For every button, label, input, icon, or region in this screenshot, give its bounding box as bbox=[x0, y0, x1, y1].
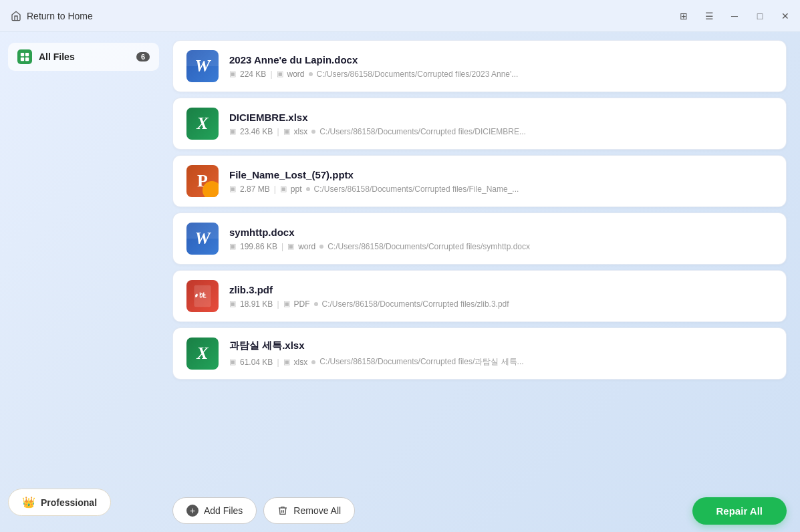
title-bar: Return to Home ⊞ ☰ ─ □ ✕ bbox=[0, 0, 800, 32]
table-row[interactable]: W symhttp.docx ▣ 199.86 KB | ▣ word C:/U… bbox=[172, 213, 787, 265]
pdf-file-icon bbox=[186, 280, 219, 312]
sidebar: All Files 6 👑 Professional bbox=[0, 32, 167, 532]
table-row[interactable]: P File_Name_Lost_(57).pptx ▣ 2.87 MB | ▣… bbox=[172, 155, 787, 207]
dot-separator bbox=[306, 187, 310, 191]
bottom-toolbar: + Add Files Remove All Repair All bbox=[172, 489, 789, 532]
file-path: C:/Users/86158/Documents/Corrupted files… bbox=[314, 184, 519, 194]
table-row[interactable]: X DICIEMBRE.xlsx ▣ 23.46 KB | ▣ xlsx C:/… bbox=[172, 98, 787, 150]
word-file-icon: W bbox=[186, 223, 219, 255]
type-icon: ▣ bbox=[280, 184, 287, 193]
size-icon: ▣ bbox=[229, 358, 236, 366]
add-files-button[interactable]: + Add Files bbox=[172, 497, 257, 524]
file-icon-wrap: X bbox=[186, 338, 219, 370]
file-type: ppt bbox=[291, 184, 302, 194]
dot-separator bbox=[314, 302, 318, 306]
table-row[interactable]: W 2023 Anne'e du Lapin.docx ▣ 224 KB | ▣… bbox=[172, 40, 787, 92]
dot-separator bbox=[309, 72, 313, 76]
home-button[interactable]: Return to Home bbox=[11, 11, 93, 21]
file-path: C:/Users/86158/Documents/Corrupted files… bbox=[327, 242, 530, 251]
file-name: zlib.3.pdf bbox=[229, 284, 773, 295]
file-meta: ▣ 199.86 KB | ▣ word C:/Users/86158/Docu… bbox=[229, 242, 773, 251]
file-type: PDF bbox=[294, 299, 310, 309]
minimize-icon[interactable]: ─ bbox=[728, 11, 741, 21]
remove-all-button[interactable]: Remove All bbox=[263, 497, 355, 524]
file-list: W 2023 Anne'e du Lapin.docx ▣ 224 KB | ▣… bbox=[172, 40, 789, 489]
file-size: 61.04 KB bbox=[240, 358, 273, 367]
home-label: Return to Home bbox=[27, 11, 93, 21]
file-icon-wrap: P bbox=[186, 165, 219, 197]
file-meta: ▣ 2.87 MB | ▣ ppt C:/Users/86158/Documen… bbox=[229, 184, 773, 194]
size-icon: ▣ bbox=[229, 127, 236, 136]
svg-rect-2 bbox=[21, 57, 24, 61]
maximize-icon[interactable]: □ bbox=[753, 11, 767, 21]
table-row[interactable]: zlib.3.pdf ▣ 18.91 KB | ▣ PDF C:/Users/8… bbox=[172, 270, 787, 322]
file-path: C:/Users/86158/Documents/Corrupted files… bbox=[322, 299, 509, 309]
file-meta: ▣ 18.91 KB | ▣ PDF C:/Users/86158/Docume… bbox=[229, 299, 773, 309]
file-name: File_Name_Lost_(57).pptx bbox=[229, 169, 773, 180]
type-icon: ▣ bbox=[277, 70, 283, 78]
file-path: C:/Users/86158/Documents/Corrupted files… bbox=[319, 356, 523, 368]
file-info: symhttp.docx ▣ 199.86 KB | ▣ word C:/Use… bbox=[229, 227, 773, 251]
file-name: 2023 Anne'e du Lapin.docx bbox=[229, 54, 773, 65]
dot-separator bbox=[319, 245, 323, 249]
file-size: 23.46 KB bbox=[240, 127, 273, 136]
file-info: 과탐실 세특.xlsx ▣ 61.04 KB | ▣ xlsx C:/Users… bbox=[229, 340, 773, 368]
repair-all-label: Repair All bbox=[716, 505, 763, 517]
crown-icon: 👑 bbox=[22, 496, 35, 509]
file-icon-wrap: W bbox=[186, 223, 219, 255]
file-meta: ▣ 23.46 KB | ▣ xlsx C:/Users/86158/Docum… bbox=[229, 127, 773, 136]
file-name: symhttp.docx bbox=[229, 227, 773, 238]
size-icon: ▣ bbox=[229, 184, 236, 193]
file-info: DICIEMBRE.xlsx ▣ 23.46 KB | ▣ xlsx C:/Us… bbox=[229, 112, 773, 136]
professional-label: Professional bbox=[41, 497, 97, 508]
close-icon[interactable]: ✕ bbox=[779, 11, 792, 21]
file-info: File_Name_Lost_(57).pptx ▣ 2.87 MB | ▣ p… bbox=[229, 169, 773, 194]
dot-separator bbox=[311, 360, 315, 364]
file-type: xlsx bbox=[294, 127, 308, 136]
add-files-label: Add Files bbox=[204, 505, 243, 516]
size-icon: ▣ bbox=[229, 70, 236, 78]
file-size: 199.86 KB bbox=[240, 242, 277, 251]
main-layout: All Files 6 👑 Professional W 2023 Anne'e… bbox=[0, 32, 800, 532]
dot-separator bbox=[311, 130, 315, 134]
file-icon-wrap: X bbox=[186, 108, 219, 140]
file-name: 과탐실 세특.xlsx bbox=[229, 340, 773, 352]
sidebar-item-left: All Files bbox=[17, 49, 75, 64]
remove-all-label: Remove All bbox=[293, 505, 341, 516]
all-files-icon bbox=[17, 49, 32, 64]
type-icon: ▣ bbox=[283, 358, 290, 366]
file-type: word bbox=[287, 70, 305, 79]
size-icon: ▣ bbox=[229, 242, 236, 251]
file-info: 2023 Anne'e du Lapin.docx ▣ 224 KB | ▣ w… bbox=[229, 54, 773, 79]
professional-button[interactable]: 👑 Professional bbox=[8, 489, 111, 516]
content-area: W 2023 Anne'e du Lapin.docx ▣ 224 KB | ▣… bbox=[167, 32, 800, 532]
menu-icon[interactable]: ☰ bbox=[702, 11, 716, 21]
file-info: zlib.3.pdf ▣ 18.91 KB | ▣ PDF C:/Users/8… bbox=[229, 284, 773, 309]
file-size: 18.91 KB bbox=[240, 299, 273, 309]
size-icon: ▣ bbox=[229, 299, 236, 308]
table-row[interactable]: X 과탐실 세특.xlsx ▣ 61.04 KB | ▣ xlsx C:/Use… bbox=[172, 327, 787, 380]
svg-rect-1 bbox=[25, 53, 29, 56]
ppt-file-icon: P bbox=[186, 165, 219, 197]
file-path: C:/Users/86158/Documents/Corrupted files… bbox=[319, 127, 526, 136]
file-meta: ▣ 224 KB | ▣ word C:/Users/86158/Documen… bbox=[229, 70, 773, 79]
file-path: C:/Users/86158/Documents/Corrupted files… bbox=[317, 70, 519, 79]
add-icon: + bbox=[186, 505, 198, 517]
file-icon-wrap: W bbox=[186, 50, 219, 82]
type-icon: ▣ bbox=[283, 127, 290, 136]
toolbar-left: + Add Files Remove All bbox=[172, 497, 355, 524]
file-type: word bbox=[298, 242, 315, 251]
file-name: DICIEMBRE.xlsx bbox=[229, 112, 773, 123]
grid-icon[interactable]: ⊞ bbox=[677, 11, 690, 21]
sidebar-item-all-files[interactable]: All Files 6 bbox=[8, 43, 159, 71]
repair-all-button[interactable]: Repair All bbox=[692, 497, 787, 525]
file-meta: ▣ 61.04 KB | ▣ xlsx C:/Users/86158/Docum… bbox=[229, 356, 773, 368]
excel-file-icon: X bbox=[186, 108, 219, 140]
file-size: 224 KB bbox=[240, 70, 266, 79]
word-file-icon: W bbox=[186, 50, 219, 82]
type-icon: ▣ bbox=[287, 242, 294, 251]
trash-icon bbox=[277, 505, 288, 516]
all-files-label: All Files bbox=[39, 51, 75, 62]
type-icon: ▣ bbox=[283, 299, 290, 308]
window-controls: ⊞ ☰ ─ □ ✕ bbox=[677, 11, 792, 21]
